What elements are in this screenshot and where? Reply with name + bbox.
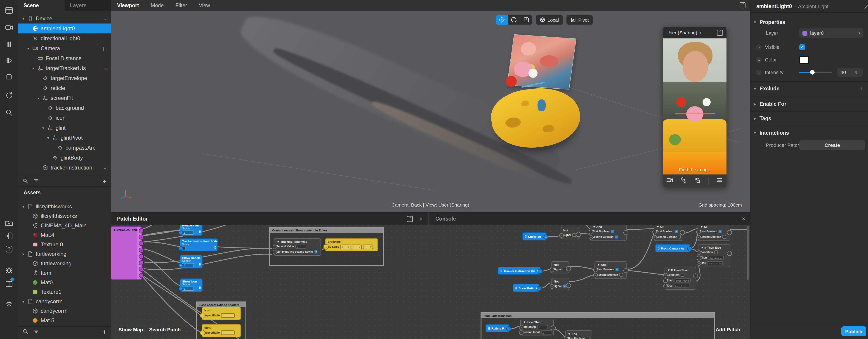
asset-item-illcryifthisworks[interactable]: ▼illcryifthisworks [18,202,111,212]
checkbox[interactable]: ✓ [615,235,618,239]
expander-icon[interactable]: ▼ [27,47,30,50]
patch-output-icon[interactable]: → [756,69,762,75]
output-port[interactable]: → [727,230,732,235]
value-box[interactable]: 1 [221,330,235,335]
scene-item-targetenvelope[interactable]: targetEnvelope [18,73,111,83]
checkbox[interactable] [619,273,623,277]
patch-output-icon[interactable]: → [756,57,762,63]
jump-to-end-icon[interactable]: →| [103,16,107,21]
visible-checkbox[interactable]: ✓ [799,44,805,50]
asset-item-mat-5[interactable]: Mat.5 [18,315,111,326]
input-port[interactable]: → [200,313,205,318]
asset-item-cinema-4d-main[interactable]: CINEMA_4D_Main [18,221,111,230]
search-icon[interactable] [23,328,28,336]
input-port[interactable]: → [593,273,598,278]
output-port[interactable]: → [537,286,541,291]
value-box[interactable]: find_the_im [707,261,723,265]
input-port[interactable]: → [697,256,701,260]
input-port[interactable]: → [550,284,554,289]
blue-character[interactable] [537,99,546,111]
input-port[interactable]: → [519,325,524,330]
patch-node-icon[interactable]: icon→aspectRatio1 [202,307,241,320]
input-port[interactable]: → [696,229,701,234]
asset-item-mat0[interactable]: Mat0 [18,278,111,287]
value-box[interactable]: flip_camera [708,256,724,260]
patch-node-show-icon[interactable]: ((Show Icon▾→ [522,232,547,241]
patch-node-tracker-instruction-hidden[interactable]: Tracker Instruction HiddenSender→)) [180,238,218,251]
input-port[interactable]: → [589,235,593,240]
scene-item-reticle[interactable]: reticle [18,83,111,93]
lollipop-character[interactable] [506,76,517,87]
input-port[interactable]: → [652,229,657,234]
expander-icon[interactable]: ▼ [22,17,25,20]
pause-icon[interactable] [3,38,15,50]
input-port[interactable]: → [696,235,701,240]
menu-viewport[interactable]: Viewport [117,3,139,8]
output-port[interactable]: → [687,246,692,251]
checkbox[interactable]: ✓ [314,250,318,253]
output-port[interactable]: → [506,326,511,331]
settings-gear-icon[interactable] [3,298,15,310]
patch-output-icon[interactable]: → [756,44,762,50]
scene-item-targettrackeruis[interactable]: ▼targetTrackerUIs→| [18,63,111,73]
input-port[interactable]: → [697,261,701,266]
output-port[interactable]: → [566,266,571,271]
section-exclude[interactable]: ▼ Exclude + [750,83,868,94]
restart-sync-icon[interactable] [3,90,15,101]
scene-item-focal-distance[interactable]: Focal Distance [18,53,111,63]
scene-item-trackerinstruction[interactable]: trackerInstruction→| [18,163,111,173]
patch-node-front-camera-active[interactable]: ((Front Camera Active▾→ [655,244,690,252]
add-object-button[interactable]: + [103,178,106,185]
patch-popout-icon[interactable] [407,216,413,222]
checkbox[interactable] [681,273,684,277]
output-port[interactable]: → [727,251,732,256]
checkbox[interactable]: ✓ [611,229,615,233]
patch-scrollbar[interactable] [747,226,749,280]
patch-node-if-then-else[interactable]: ▼ If Then Else→Condition→Thenkeep_movin→… [664,267,696,290]
console-title[interactable]: Console [435,216,456,221]
filter-icon[interactable] [33,328,39,336]
rotate-device-icon[interactable] [694,177,701,185]
scene-item-glintpivot[interactable]: ▼glintPivot [18,133,111,143]
patch-node-show-reticle[interactable]: ((Show Reticle▾→ [513,284,540,292]
debug-bug-icon[interactable] [3,264,15,276]
viewport-popout-icon[interactable] [740,2,745,8]
input-port[interactable]: → [652,235,657,240]
checkbox[interactable]: ✓ [616,268,619,271]
scale-tool-button[interactable] [520,15,532,25]
chevron-down-icon[interactable]: ▾ [700,31,702,35]
expander-icon[interactable]: ▼ [22,252,25,256]
input-port[interactable]: → [663,273,668,278]
patch-group[interactable]: Icon Fade transition [480,312,715,339]
value-box[interactable]: find_the_im [674,284,689,288]
value-box[interactable]: 1 [221,313,235,317]
skull-character[interactable] [528,69,537,78]
value-box[interactable]: 1Z [363,244,373,249]
expander-icon[interactable]: ▼ [22,300,25,303]
target-image-canvas[interactable] [507,34,577,90]
expander-icon[interactable]: ▼ [32,67,35,70]
jump-to-end-icon[interactable]: →| [103,165,107,170]
scene-item-compassarc[interactable]: compassArc [18,143,111,153]
viewport-3d[interactable]: Viewport Mode Filter View Local Pivot Ca… [111,0,750,212]
patch-node-show-icon[interactable]: Show IconSender→0)) [180,278,203,292]
search-patch-button[interactable]: Search Patch [149,327,181,332]
scene-item-ambientlight0[interactable]: ambientLight0 [18,24,111,33]
add-patch-button[interactable]: Add Patch [716,327,740,332]
scene-item-camera[interactable]: ▼Camera|→ [18,43,111,53]
asset-item-illcryifthisworks[interactable]: illcryifthisworks [18,211,111,221]
patch-node-or[interactable]: ▼ Or→First Boolean✓→Second Boolean→ [654,223,683,241]
value-box[interactable]: 0 [182,286,194,290]
patch-node-not[interactable]: Not→Signal✓→ [551,278,569,290]
patch-node-tracker-instruction-hidden[interactable]: ((Tracker Instruction Hidden▾→ [498,267,541,275]
patch-node-show-reticle[interactable]: Show ReticleSender→1)) [180,255,203,269]
output-port[interactable]: → [623,268,628,273]
expander-icon[interactable]: ▼ [37,96,40,100]
pivot-mode-button[interactable]: Pivot [566,15,593,25]
checkbox[interactable] [572,233,576,237]
input-port[interactable]: → [663,284,668,288]
asset-item-turtleworking[interactable]: turtleworking [18,258,111,269]
input-port[interactable]: → [273,250,277,254]
asset-item-candycorrn[interactable]: candycorrn [18,306,111,316]
video-camera-icon[interactable] [666,177,673,185]
